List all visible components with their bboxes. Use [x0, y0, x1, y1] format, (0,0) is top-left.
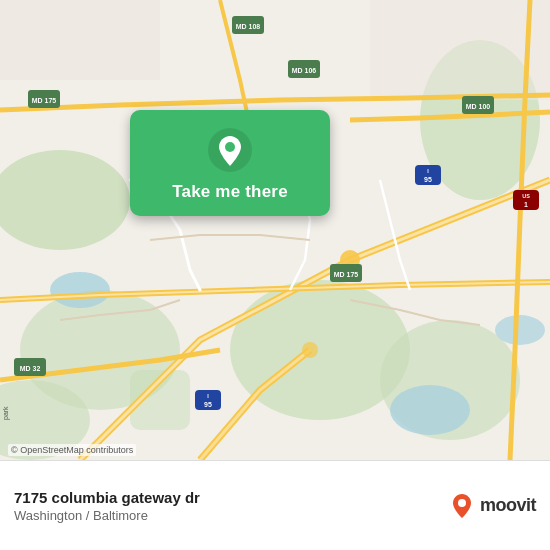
svg-point-3	[230, 280, 410, 420]
osm-attribution: © OpenStreetMap contributors	[8, 444, 136, 456]
svg-point-15	[302, 342, 318, 358]
svg-point-8	[50, 272, 110, 308]
svg-point-40	[458, 499, 466, 507]
svg-rect-11	[0, 0, 160, 80]
svg-text:MD 175: MD 175	[32, 97, 57, 104]
svg-text:MD 32: MD 32	[20, 365, 41, 372]
svg-point-39	[225, 142, 235, 152]
svg-text:MD 106: MD 106	[292, 67, 317, 74]
svg-rect-12	[370, 0, 550, 100]
moovit-pin-icon	[448, 492, 476, 520]
svg-point-9	[390, 385, 470, 435]
svg-text:95: 95	[204, 401, 212, 408]
svg-text:park: park	[2, 406, 10, 420]
svg-text:MD 175: MD 175	[334, 271, 359, 278]
moovit-brand-name: moovit	[480, 495, 536, 516]
map-svg: MD 175 MD 108 MD 100 MD 106 I 95 I 95 US…	[0, 0, 550, 460]
take-me-there-card[interactable]: Take me there	[130, 110, 330, 216]
take-me-there-button-label: Take me there	[172, 182, 288, 202]
address-section: 7175 columbia gateway dr Washington / Ba…	[14, 489, 448, 523]
bottom-bar: 7175 columbia gateway dr Washington / Ba…	[0, 460, 550, 550]
svg-text:1: 1	[524, 201, 528, 208]
svg-text:95: 95	[424, 176, 432, 183]
location-pin-icon	[208, 128, 252, 172]
svg-text:MD 108: MD 108	[236, 23, 261, 30]
svg-text:MD 100: MD 100	[466, 103, 491, 110]
svg-point-10	[495, 315, 545, 345]
moovit-logo: moovit	[448, 492, 536, 520]
address-text: 7175 columbia gateway dr	[14, 489, 448, 506]
map-container: MD 175 MD 108 MD 100 MD 106 I 95 I 95 US…	[0, 0, 550, 460]
svg-text:US: US	[522, 193, 530, 199]
city-text: Washington / Baltimore	[14, 508, 448, 523]
